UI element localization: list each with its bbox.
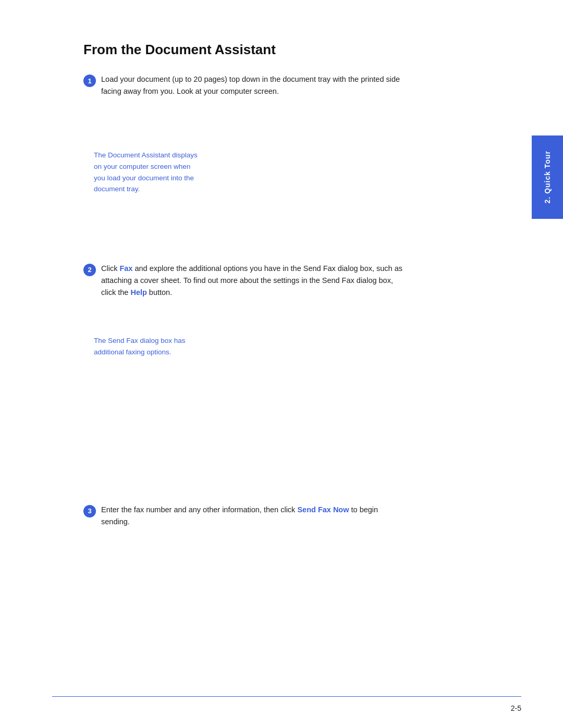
- step3-text: Enter the fax number and any other infor…: [101, 504, 403, 528]
- step3-number: 3: [83, 505, 96, 517]
- callout2-section: The Send Fax dialog box has additional f…: [83, 335, 521, 357]
- step3-link1: Send Fax Now: [297, 505, 349, 514]
- page-number: 2-5: [511, 704, 521, 712]
- step2-link2: Help: [130, 288, 146, 297]
- step2-text-before: Click: [101, 264, 119, 273]
- callout1-section: The Document Assistant displays on your …: [83, 150, 521, 194]
- page-container: 2. Quick Tour From the Document Assistan…: [0, 0, 563, 728]
- step2-text: Click Fax and explore the additional opt…: [101, 263, 403, 299]
- callout2-text: The Send Fax dialog box has additional f…: [94, 335, 198, 357]
- step2-row: 2 Click Fax and explore the additional o…: [83, 263, 521, 299]
- step1-row: 1 Load your document (up to 20 pages) to…: [83, 73, 521, 97]
- step2-section: 2 Click Fax and explore the additional o…: [83, 263, 521, 299]
- step2-link1: Fax: [119, 264, 132, 273]
- sidebar-tab-label: 2. Quick Tour: [543, 151, 552, 203]
- step1-section: 1 Load your document (up to 20 pages) to…: [83, 73, 521, 97]
- step2-text-after: button.: [147, 288, 172, 297]
- step1-number: 1: [83, 75, 96, 87]
- step3-text-before: Enter the fax number and any other infor…: [101, 505, 297, 514]
- callout1-text: The Document Assistant displays on your …: [94, 150, 198, 194]
- page-title: From the Document Assistant: [83, 42, 521, 58]
- step1-text: Load your document (up to 20 pages) top …: [101, 73, 403, 97]
- step2-number: 2: [83, 264, 96, 276]
- bottom-rule: [52, 696, 521, 697]
- sidebar-tab: 2. Quick Tour: [532, 135, 563, 219]
- step3-section: 3 Enter the fax number and any other inf…: [83, 504, 521, 528]
- step3-row: 3 Enter the fax number and any other inf…: [83, 504, 521, 528]
- main-content: From the Document Assistant 1 Load your …: [83, 0, 521, 528]
